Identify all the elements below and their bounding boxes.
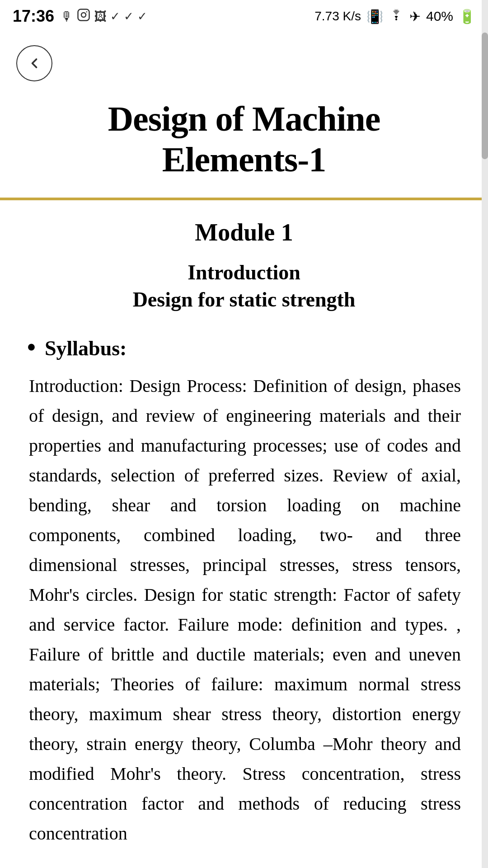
syllabus-label-container: • Syllabus:	[27, 335, 461, 360]
status-icons: 🎙 🖼 ✓ ✓ ✓	[61, 8, 147, 25]
scrollbar-thumb[interactable]	[482, 33, 488, 159]
status-time: 17:36	[13, 7, 54, 26]
bullet-dot-syllabus: •	[27, 335, 36, 359]
syllabus-section: • Syllabus: Introduction: Design Process…	[27, 335, 461, 849]
syllabus-label: Syllabus:	[45, 336, 127, 360]
status-bar: 17:36 🎙 🖼 ✓ ✓ ✓ 7.73 K/s 📳	[0, 0, 488, 33]
battery-text: 40%	[426, 9, 453, 24]
sub-heading-line2: Design for static strength	[27, 286, 461, 313]
wifi-icon	[389, 9, 404, 24]
vibrate-icon: 📳	[366, 9, 383, 24]
back-button[interactable]	[16, 45, 52, 81]
module-heading: Module 1	[27, 218, 461, 246]
gallery-icon: 🖼	[94, 9, 107, 24]
syllabus-text: Introduction: Design Process: Definition…	[27, 371, 461, 849]
sub-heading: Introduction Design for static strength	[27, 259, 461, 313]
page-title: Design of Machine Elements-1	[27, 99, 461, 179]
check2-icon: ✓	[124, 9, 134, 24]
sub-heading-line1: Introduction	[27, 259, 461, 286]
battery-icon: 🔋	[459, 9, 475, 24]
airplane-icon: ✈	[409, 9, 421, 24]
status-left: 17:36 🎙 🖼 ✓ ✓ ✓	[13, 7, 147, 26]
content-area: Module 1 Introduction Design for static …	[0, 200, 488, 868]
back-button-container	[0, 33, 488, 90]
svg-rect-0	[78, 9, 89, 20]
svg-point-3	[395, 19, 397, 20]
svg-point-1	[81, 13, 86, 17]
network-speed: 7.73 K/s	[314, 9, 361, 24]
scrollbar-track[interactable]	[482, 0, 488, 868]
pocketcasts-icon: 🎙	[61, 9, 73, 24]
page-title-container: Design of Machine Elements-1	[0, 90, 488, 198]
status-right: 7.73 K/s 📳 ✈ 40% 🔋	[314, 9, 475, 24]
check3-icon: ✓	[137, 9, 147, 24]
check1-icon: ✓	[110, 9, 120, 24]
instagram-icon	[77, 8, 90, 25]
svg-point-2	[86, 11, 88, 12]
